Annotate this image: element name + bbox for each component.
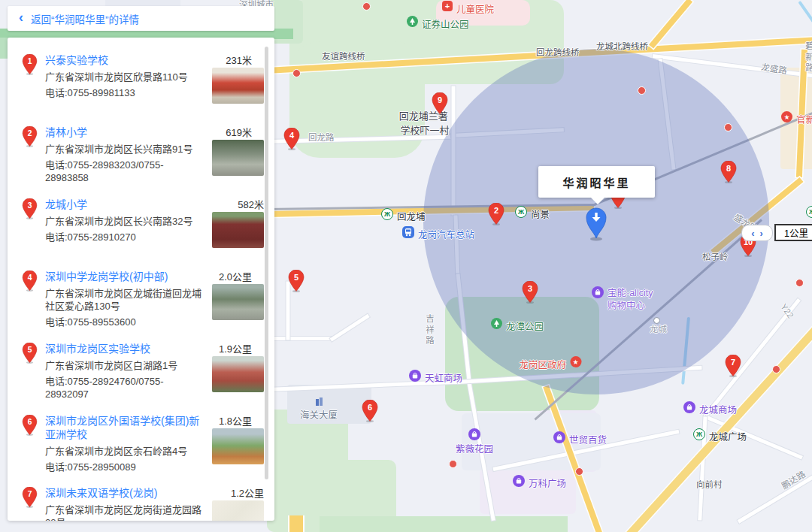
poi-hospital: +儿童医院: [442, 1, 494, 16]
list-item-photo[interactable]: [212, 212, 264, 248]
list-item-distance: 582米: [238, 197, 264, 211]
back-button[interactable]: ‹ 返回“华润昭华里”的详情: [8, 6, 274, 31]
map-scale-indicator: 1公里: [774, 224, 812, 241]
center-location-pin[interactable]: [583, 205, 609, 244]
map-marker-3[interactable]: 3: [522, 281, 538, 307]
pan-right-icon[interactable]: ›: [760, 228, 763, 238]
svg-text:3: 3: [28, 201, 32, 210]
road-segment: [267, 337, 333, 340]
poi-label: 证券山公园: [422, 17, 469, 31]
poi-label: 万科广场: [529, 476, 566, 490]
results-panel: 1兴泰实验学校广东省深圳市龙岗区欣景路110号电话:0755-899811332…: [8, 38, 274, 521]
center-poi-label[interactable]: 华润昭华里: [538, 166, 655, 198]
red-dot-poi: [795, 279, 804, 287]
poi-metro: Ж龙城广场: [693, 428, 747, 443]
svg-text:2: 2: [494, 206, 498, 215]
list-item-title[interactable]: 兴泰实验学校: [45, 53, 202, 67]
map-area-block: [320, 516, 568, 532]
map-text-label: 龙盛路: [760, 60, 788, 76]
svg-text:8: 8: [726, 164, 731, 173]
list-item-pin: 3: [22, 198, 38, 222]
map-marker-5[interactable]: 5: [288, 270, 304, 295]
red-dot-poi: [575, 467, 583, 476]
map-text-label: 碧新路: [803, 41, 812, 74]
list-item[interactable]: 7深圳未来双语学校(龙岗)广东省深圳市龙岗区龙岗街道龙园路28号1.2公里: [8, 479, 274, 521]
list-item-distance: 1.2公里: [231, 485, 264, 500]
list-item[interactable]: 6深圳市龙岗区外国语学校(集团)新亚洲学校广东省深圳市龙岗区余石岭路4号电话:0…: [8, 407, 274, 479]
poi-label: 尚景: [531, 207, 550, 221]
list-item-photo[interactable]: [212, 428, 264, 464]
list-item-phone: 电话:0755-28910270: [45, 231, 202, 243]
red-dot-poi: [362, 2, 371, 11]
streetview-icon[interactable]: [254, 270, 264, 282]
list-item-photo[interactable]: [212, 140, 264, 176]
svg-text:5: 5: [294, 273, 298, 282]
list-item-title[interactable]: 深圳中学龙岗学校(初中部): [45, 270, 202, 283]
streetview-icon[interactable]: [254, 125, 264, 138]
metro-station-icon: Ж: [381, 208, 393, 220]
list-item-address: 广东省深圳市龙岗区龙城街道回龙埔社区爱心路130号: [45, 287, 202, 313]
list-item[interactable]: 4深圳中学龙岗学校(初中部)广东省深圳市龙岗区龙城街道回龙埔社区爱心路130号电…: [8, 263, 274, 335]
poi-bag: 龙城商场: [683, 401, 737, 416]
map-text-label: 友谊跨线桥: [322, 50, 365, 62]
map-marker-7[interactable]: 7: [725, 355, 741, 380]
streetview-icon[interactable]: [254, 414, 264, 426]
shopping-poi-icon: [513, 475, 525, 487]
list-item-distance: 231米: [226, 53, 252, 67]
map-marker-9[interactable]: 9: [432, 92, 448, 118]
list-item-address: 广东省深圳市龙岗区长兴南路32号: [45, 215, 202, 228]
building-icon: [314, 397, 323, 407]
poi-label: 龙潭公园: [506, 319, 544, 333]
map-pan-toggle[interactable]: ‹›: [741, 225, 773, 241]
list-item-pin: 1: [22, 54, 38, 78]
back-label: 返回“华润昭华里”的详情: [31, 11, 139, 26]
red-dot-poi: [449, 460, 457, 468]
poi-label: 官新: [796, 112, 812, 126]
metro-station-icon: Ж: [515, 206, 527, 218]
list-item-distance: 1.9公里: [219, 341, 252, 355]
panel-scrollbar[interactable]: [265, 47, 268, 479]
list-item-pin: 7: [22, 487, 38, 511]
shopping-poi-icon: [553, 431, 565, 443]
poi-star: ★官新: [781, 111, 812, 126]
list-item-title[interactable]: 清林小学: [45, 125, 202, 139]
pan-left-icon[interactable]: ‹: [751, 228, 754, 238]
red-dot-poi: [292, 69, 301, 77]
road-segment: [288, 515, 304, 532]
list-item-title[interactable]: 深圳未来双语学校(龙岗): [45, 486, 202, 500]
streetview-icon[interactable]: [254, 53, 264, 65]
map-text-label: 回龙路: [308, 131, 335, 143]
poi-label: 天虹商场: [425, 370, 462, 385]
map-marker-4[interactable]: 4: [283, 128, 300, 153]
list-item-address: 广东省深圳市龙岗区余石岭路4号: [45, 445, 202, 458]
list-item-title[interactable]: 深圳市龙岗区实验学校: [45, 342, 202, 355]
map-marker-2[interactable]: 2: [488, 203, 504, 228]
map-marker-8[interactable]: 8: [720, 161, 737, 186]
svg-text:6: 6: [28, 418, 32, 426]
list-item-pin: 4: [22, 271, 38, 295]
streetview-icon[interactable]: [254, 342, 264, 354]
park-icon: [491, 318, 502, 329]
park-icon: [407, 16, 418, 27]
map-text-label: 龙城北跨线桥: [596, 40, 648, 52]
list-item[interactable]: 2清林小学广东省深圳市龙岗区长兴南路91号电话:0755-28983203/07…: [8, 119, 274, 191]
map-text-label: 吉祥路: [423, 314, 435, 347]
map-marker-6[interactable]: 6: [362, 400, 378, 425]
list-item-photo[interactable]: [212, 500, 264, 521]
list-item-title[interactable]: 龙城小学: [45, 198, 202, 211]
poi-label: 龙岗区政府: [519, 357, 566, 371]
metro-station-icon: Ж: [806, 206, 812, 218]
list-item-distance: 619米: [226, 125, 252, 139]
list-item-address: 广东省深圳市龙岗区欣景路110号: [45, 71, 202, 83]
list-item[interactable]: 1兴泰实验学校广东省深圳市龙岗区欣景路110号电话:0755-899811332…: [8, 47, 274, 119]
list-item-title[interactable]: 深圳市龙岗区外国语学校(集团)新亚洲学校: [45, 414, 202, 441]
list-item-address: 广东省深圳市龙岗区长兴南路91号: [45, 143, 202, 156]
list-item-photo[interactable]: [212, 68, 264, 104]
list-item-photo[interactable]: [212, 284, 264, 320]
shopping-poi-icon: [409, 370, 421, 382]
list-item[interactable]: 3龙城小学广东省深圳市龙岗区长兴南路32号电话:0755-28910270582…: [8, 191, 274, 263]
list-item[interactable]: 5深圳市龙岗区实验学校广东省深圳市龙岗区白湖路1号电话:0755-2892476…: [8, 335, 274, 407]
waterway: [798, 1, 812, 29]
svg-text:7: 7: [28, 490, 32, 498]
list-item-photo[interactable]: [212, 356, 264, 392]
